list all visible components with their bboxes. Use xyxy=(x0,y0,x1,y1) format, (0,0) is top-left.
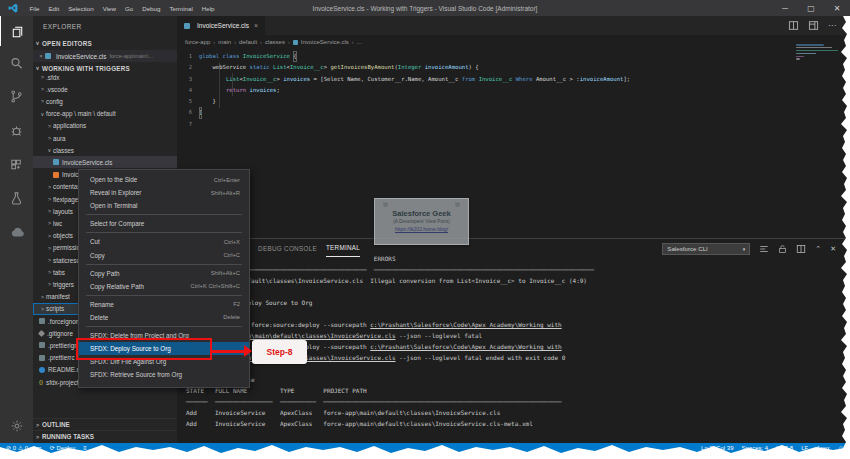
settings-gear-icon[interactable] xyxy=(0,411,33,441)
code-token: InvoiceService xyxy=(243,51,294,62)
tree-item--sfdx[interactable]: >.sfdx xyxy=(33,71,177,83)
tree-item-label: aura xyxy=(53,135,66,142)
toggle-layout-icon[interactable] xyxy=(808,20,819,31)
chevron-right-icon: > xyxy=(46,123,53,129)
xml-file-icon xyxy=(53,172,59,178)
menu-item-copy-path[interactable]: Copy PathShift+Alt+C xyxy=(79,267,249,280)
tree-item-force-app-main-default[interactable]: ∨force-app \ main \ default xyxy=(33,108,177,120)
chevron-right-icon: > xyxy=(39,294,46,300)
menu-separator xyxy=(86,214,242,215)
annotation-arrow-head xyxy=(244,345,252,357)
menu-item-shortcut: Ctrl+C xyxy=(223,252,240,258)
more-actions-icon[interactable]: ⋯ xyxy=(828,21,836,30)
explorer-icon[interactable] xyxy=(0,16,33,46)
menu-item-select-for-compare[interactable]: Select for Compare xyxy=(79,217,249,230)
code-token: Amount__c > : xyxy=(533,74,580,85)
menu-item-delete[interactable]: DeleteDelete xyxy=(79,311,249,324)
debug-icon[interactable] xyxy=(0,115,33,145)
menu-terminal[interactable]: Terminal xyxy=(165,5,197,12)
menu-edit[interactable]: Edit xyxy=(44,5,64,12)
minimize-button[interactable]: ─ xyxy=(772,0,798,16)
tree-item-label: tabs xyxy=(53,269,65,276)
open-editors-header[interactable]: ∨OPEN EDITORS xyxy=(33,37,177,49)
tab-invoiceservice[interactable]: InvoiceService.cls × xyxy=(177,16,265,35)
menu-item-label: Copy xyxy=(90,252,105,259)
open-editor-item[interactable]: × InvoiceService.cls force-app\main\... xyxy=(33,50,177,62)
torn-edge-bottom xyxy=(0,445,850,459)
code-token: invoiceAmount xyxy=(425,62,469,73)
tree-item-aura[interactable]: >aura xyxy=(33,132,177,144)
tree-item-classes[interactable]: ∨classes xyxy=(33,144,177,156)
menu-go[interactable]: Go xyxy=(120,5,137,12)
maximize-panel-icon[interactable]: ⌃ xyxy=(815,245,821,253)
search-icon[interactable] xyxy=(0,48,33,78)
code-token: invoiceAmount xyxy=(580,74,624,85)
menu-item-copy-relative-path[interactable]: Copy Relative PathCtrl+K Ctrl+Shift+C xyxy=(79,280,249,293)
minimap[interactable] xyxy=(796,44,842,61)
tree-item-invoiceservice-cls[interactable]: InvoiceService.cls xyxy=(33,156,177,168)
code-token: Invoice__c xyxy=(290,62,324,73)
source-control-icon[interactable] xyxy=(0,81,33,111)
tree-item-applications[interactable]: >applications xyxy=(33,120,177,132)
menu-item-cut[interactable]: CutCtrl+X xyxy=(79,235,249,248)
close-icon[interactable]: × xyxy=(37,53,45,59)
line-number: 5 xyxy=(177,96,199,107)
running-tasks-section[interactable]: >RUNNING TASKS xyxy=(33,430,177,442)
chevron-right-icon: > xyxy=(46,269,53,275)
new-terminal-icon[interactable] xyxy=(759,244,769,254)
close-panel-icon[interactable]: ✕ xyxy=(830,245,836,253)
breadcrumb-item[interactable]: default xyxy=(239,39,257,45)
breadcrumb-item[interactable]: force-app xyxy=(185,39,210,45)
menu-item-shortcut: Ctrl+X xyxy=(224,239,240,245)
extensions-icon[interactable] xyxy=(0,149,33,179)
breadcrumb-item[interactable]: main xyxy=(218,39,231,45)
outline-section[interactable]: >OUTLINE xyxy=(33,418,177,430)
code-token: ]; xyxy=(623,74,630,85)
lock-icon[interactable] xyxy=(778,244,787,254)
tree-item-config[interactable]: >config xyxy=(33,95,177,107)
tree-item-label: .sfdx xyxy=(46,74,59,81)
menu-item-open-to-the-side[interactable]: Open to the SideCtrl+Enter xyxy=(79,173,249,186)
menu-item-label: Open to the Side xyxy=(90,176,137,183)
menu-item-sfdx-retrieve-source-from-org[interactable]: SFDX: Retrieve Source from Org xyxy=(79,368,249,381)
open-editor-name: InvoiceService.cls xyxy=(56,53,106,60)
menu-debug[interactable]: Debug xyxy=(138,5,165,12)
tree-item-label: objects xyxy=(53,232,73,239)
menu-item-copy[interactable]: CopyCtrl+C xyxy=(79,248,249,261)
code-line-4: 4 return invoices; xyxy=(177,85,630,96)
split-editor-icon[interactable] xyxy=(788,20,799,31)
breadcrumb-item[interactable]: ... xyxy=(357,39,362,45)
restore-button[interactable]: ▢ xyxy=(798,0,824,16)
split-terminal-icon[interactable] xyxy=(796,244,806,254)
code-line-7: 7 xyxy=(177,119,630,130)
menu-bar: FileEditSelectionViewGoDebugTerminalHelp xyxy=(25,5,219,12)
tab-close-icon[interactable]: × xyxy=(254,22,258,29)
menu-item-rename[interactable]: RenameF2 xyxy=(79,298,249,311)
breadcrumb[interactable]: force-app›main›default›classes›InvoiceSe… xyxy=(185,35,362,49)
code-line-5: 5 } xyxy=(177,96,630,107)
code-token: from xyxy=(462,74,475,85)
code-token: = [Select Name, Customer__r.Name, Amount… xyxy=(310,74,462,85)
breadcrumb-item[interactable]: classes xyxy=(265,39,285,45)
tree-item--vscode[interactable]: >.vscode xyxy=(33,83,177,95)
menu-item-label: Reveal in Explorer xyxy=(90,189,141,196)
terminal-shell-selector[interactable]: Salesforce CLI▾ xyxy=(662,243,750,255)
code-token: webService xyxy=(199,62,250,73)
menu-item-reveal-in-explorer[interactable]: Reveal in ExplorerShift+Alt+R xyxy=(79,186,249,199)
menu-selection[interactable]: Selection xyxy=(64,5,98,12)
code-area[interactable]: 1global class InvoiceService {2 webServi… xyxy=(177,51,630,130)
menu-item-label: Select for Compare xyxy=(90,220,144,227)
org-browser-cloud-icon[interactable] xyxy=(0,217,33,247)
menu-file[interactable]: File xyxy=(25,5,44,12)
test-beaker-icon[interactable] xyxy=(0,183,33,213)
menu-view[interactable]: View xyxy=(98,5,120,12)
activity-bar xyxy=(0,16,33,443)
chevron-right-icon: > xyxy=(39,86,46,92)
chevron-right-icon: > xyxy=(46,245,53,251)
menu-item-label: Cut xyxy=(90,238,100,245)
menu-help[interactable]: Help xyxy=(197,5,219,12)
breadcrumb-separator: › xyxy=(352,39,354,45)
breadcrumb-item[interactable]: InvoiceService.cls xyxy=(301,39,349,45)
menu-item-open-in-terminal[interactable]: Open in Terminal xyxy=(79,199,249,212)
close-button[interactable]: ✕ xyxy=(824,0,850,16)
